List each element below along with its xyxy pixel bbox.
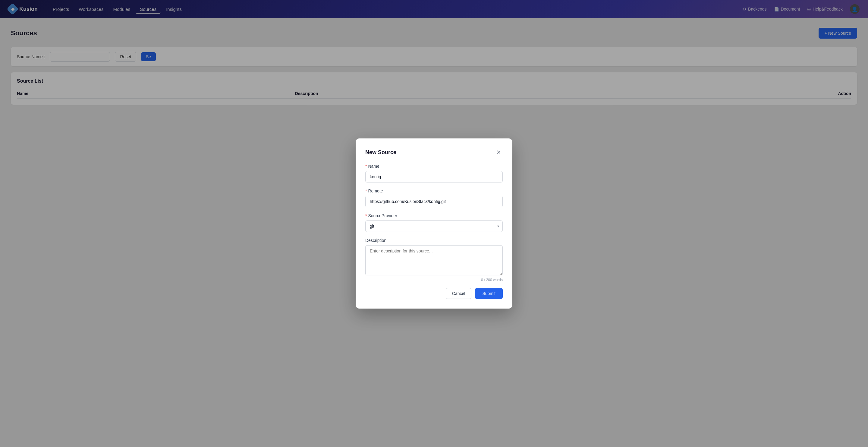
source-provider-field-group: * SourceProvider git helm oci ▾ bbox=[365, 213, 503, 232]
cancel-button[interactable]: Cancel bbox=[446, 288, 472, 299]
source-provider-label-text: SourceProvider bbox=[368, 213, 397, 218]
source-provider-select-wrapper: git helm oci ▾ bbox=[365, 220, 503, 232]
modal-close-button[interactable]: ✕ bbox=[494, 148, 503, 156]
remote-input[interactable] bbox=[365, 196, 503, 207]
name-label-text: Name bbox=[368, 164, 379, 169]
description-label: Description bbox=[365, 238, 503, 243]
name-required-star: * bbox=[365, 164, 367, 169]
remote-label: * Remote bbox=[365, 188, 503, 193]
name-label: * Name bbox=[365, 164, 503, 169]
source-provider-required-star: * bbox=[365, 213, 367, 218]
remote-required-star: * bbox=[365, 188, 367, 193]
source-provider-select[interactable]: git helm oci bbox=[365, 220, 503, 232]
modal-overlay[interactable]: New Source ✕ * Name * Remote * SourcePro… bbox=[0, 0, 868, 447]
remote-field-group: * Remote bbox=[365, 188, 503, 207]
modal-title: New Source bbox=[365, 149, 396, 156]
name-input[interactable] bbox=[365, 171, 503, 182]
remote-label-text: Remote bbox=[368, 188, 383, 193]
description-textarea[interactable] bbox=[365, 245, 503, 275]
modal-header: New Source ✕ bbox=[365, 148, 503, 156]
name-field-group: * Name bbox=[365, 164, 503, 182]
submit-button[interactable]: Submit bbox=[475, 288, 503, 299]
source-provider-label: * SourceProvider bbox=[365, 213, 503, 218]
modal-footer: Cancel Submit bbox=[365, 288, 503, 299]
new-source-modal: New Source ✕ * Name * Remote * SourcePro… bbox=[355, 139, 513, 308]
word-count: 0 / 200 words bbox=[365, 278, 503, 282]
description-field-group: Description 0 / 200 words bbox=[365, 238, 503, 282]
description-label-text: Description bbox=[365, 238, 386, 243]
